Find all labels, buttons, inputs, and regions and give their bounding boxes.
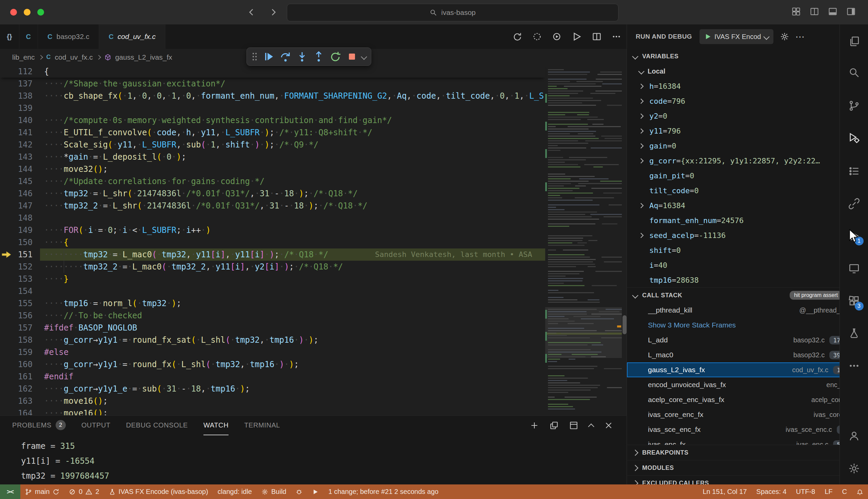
group-panels-icon[interactable] xyxy=(569,421,578,430)
build-button[interactable]: Build xyxy=(257,484,291,499)
stack-frame-row[interactable]: L_mac0basop32.c3994:17 xyxy=(627,348,868,362)
code-line[interactable]: 150····{ xyxy=(0,236,545,248)
remote-targets-icon[interactable] xyxy=(845,260,863,277)
modules-section-header[interactable]: MODULES xyxy=(627,460,868,475)
variable-row[interactable]: formant_enh_num = 24576 xyxy=(627,213,868,228)
scm-status-text[interactable]: 1 change; before #21 2 seconds ago xyxy=(323,484,443,499)
explorer-icon[interactable] xyxy=(845,33,863,50)
clangd-status[interactable]: clangd: idle xyxy=(213,484,257,499)
debug-continue-button[interactable] xyxy=(262,50,276,63)
panel-more-actions-icon[interactable]: ⋯ xyxy=(795,31,805,42)
code-line[interactable]: 112{ xyxy=(0,65,545,78)
toggle-sidebar-icon[interactable] xyxy=(846,7,856,16)
indentation[interactable]: Spaces: 4 xyxy=(752,484,791,499)
breadcrumb-file[interactable]: cod_uv_fx.c xyxy=(55,53,93,61)
split-columns-icon[interactable] xyxy=(810,7,819,16)
stack-frame-row[interactable]: ivas_sce_enc_fxivas_sce_enc.c355:5 xyxy=(627,422,868,437)
code-line[interactable]: 137····/*Shape·the·gaussian·excitation*/ xyxy=(0,78,545,90)
variable-row[interactable]: gain = 0 xyxy=(627,138,868,153)
collapse-all-icon[interactable] xyxy=(550,421,559,430)
search-icon[interactable] xyxy=(845,64,863,81)
debug-stop-button[interactable] xyxy=(345,50,359,63)
bug-status-button[interactable] xyxy=(291,484,307,499)
eol-sequence[interactable]: LF xyxy=(820,484,837,499)
layout-grid-icon[interactable] xyxy=(791,7,801,16)
run-and-debug-icon[interactable] xyxy=(845,129,863,147)
outline-list-icon[interactable] xyxy=(845,162,863,180)
start-debug-icon[interactable] xyxy=(704,33,711,40)
callstack-section-header[interactable]: CALL STACK hit program assert xyxy=(627,288,868,303)
tab-terminal[interactable]: TERMINAL xyxy=(244,416,280,435)
code-line[interactable]: 153····} xyxy=(0,273,545,285)
code-line[interactable]: 155····tmp16·=·norm_l(·tmp32·); xyxy=(0,297,545,309)
tab-problems[interactable]: PROBLEMS 2 xyxy=(12,416,66,435)
stack-frame-row[interactable]: gauss_L2_ivas_fxcod_uv_fx.c151:17 xyxy=(627,362,868,377)
more-views-icon[interactable] xyxy=(845,357,863,375)
watch-expression-row[interactable]: frame = 315 xyxy=(21,439,627,453)
close-window-button[interactable] xyxy=(10,9,17,16)
history-forward-button[interactable] xyxy=(267,6,279,18)
toolbar-more-icon[interactable] xyxy=(361,53,367,60)
close-panel-icon[interactable] xyxy=(604,421,613,430)
code-line[interactable]: 157#ifdef·BASOP_NOGLOB xyxy=(0,322,545,334)
variable-row[interactable]: tilt_code = 0 xyxy=(627,183,868,198)
notifications-bell-icon[interactable] xyxy=(852,484,868,499)
code-line[interactable]: 148 xyxy=(0,212,545,224)
code-line[interactable]: 161#endif xyxy=(0,370,545,383)
watch-expression-row[interactable]: tmp32 = 1997684457 xyxy=(21,468,627,483)
problems-status-button[interactable]: 0 2 xyxy=(64,484,104,499)
tab-debug-console[interactable]: DEBUG CONSOLE xyxy=(126,416,188,435)
maximize-panel-icon[interactable] xyxy=(588,423,594,429)
branch-button[interactable]: main xyxy=(20,484,64,499)
toggle-panel-icon[interactable] xyxy=(828,7,838,16)
encoding[interactable]: UTF-8 xyxy=(791,484,820,499)
minimize-window-button[interactable] xyxy=(24,9,30,16)
code-line[interactable]: 139 xyxy=(0,102,545,114)
language-mode[interactable]: C xyxy=(838,484,852,499)
code-line[interactable]: 140····/*compute·0s·memory·weighted·synt… xyxy=(0,114,545,126)
variable-row[interactable]: h = 16384 xyxy=(627,78,868,94)
watch-expression-row[interactable]: y11[i] = -16554 xyxy=(21,453,627,468)
code-line[interactable]: 164····move16(); xyxy=(0,407,545,415)
code-line[interactable]: 163····move16(); xyxy=(0,395,545,407)
launch-config-dropdown[interactable]: IVAS FX Encod xyxy=(699,29,773,44)
command-center-search[interactable]: ivas-basop xyxy=(287,4,619,21)
link-icon[interactable] xyxy=(845,195,863,212)
launch-play-button[interactable] xyxy=(307,484,323,499)
breadcrumb-symbol[interactable]: gauss_L2_ivas_fx xyxy=(115,53,172,61)
split-editor-icon[interactable] xyxy=(592,32,601,41)
editor-scrollbar-thumb[interactable] xyxy=(623,315,627,334)
code-line[interactable]: 143····*gain·=·L_deposit_l(·0·); xyxy=(0,151,545,163)
tab-output[interactable]: OUTPUT xyxy=(81,416,111,435)
code-editor[interactable]: 112{ 137····/*Shape·the·gaussian·excitat… xyxy=(0,65,627,415)
minimap[interactable] xyxy=(545,65,622,415)
tab-watch[interactable]: WATCH xyxy=(204,416,229,435)
variable-row[interactable]: Aq = 16384 xyxy=(627,198,868,213)
variable-row[interactable]: y11 = 796 xyxy=(627,123,868,138)
remote-indicator[interactable]: >< xyxy=(0,484,20,499)
settings-gear-icon[interactable] xyxy=(845,460,863,477)
stack-frame-row[interactable]: acelp_core_enc_ivas_fxacelp_core_en… xyxy=(627,392,868,407)
stack-frame-row[interactable]: ivas_core_enc_fxivas_core_enc.c xyxy=(627,407,868,422)
code-line[interactable]: 159#else xyxy=(0,346,545,358)
debug-step-into-button[interactable] xyxy=(295,50,309,63)
breakpoints-section-header[interactable]: BREAKPOINTS xyxy=(627,445,868,460)
add-expression-icon[interactable] xyxy=(530,421,539,430)
breadcrumb-folder[interactable]: lib_enc xyxy=(12,53,35,61)
code-line[interactable]: 145····/*Update·correlations·for·gains·c… xyxy=(0,175,545,187)
debug-settings-gear-icon[interactable] xyxy=(780,32,789,41)
extensions-icon[interactable]: 3 xyxy=(845,292,863,310)
play-circle-icon[interactable] xyxy=(552,32,562,41)
code-line[interactable]: 152········tmp32_2·=·L_mac0(·tmp32_2,·y1… xyxy=(0,261,545,273)
stack-frame-row[interactable]: L_addbasop32.c1784:13 xyxy=(627,332,868,348)
tab-json[interactable]: {} xyxy=(0,24,19,49)
debug-step-out-button[interactable] xyxy=(312,50,326,63)
code-line[interactable]: 141····E_UTIL_f_convolve(·code,·h,·y11,·… xyxy=(0,126,545,139)
code-line[interactable]: 158····g_corr→y1y1·=·round_fx_sat(·L_shl… xyxy=(0,334,545,346)
variable-row[interactable]: tmp16 = 28638 xyxy=(627,272,868,288)
variable-row[interactable]: g_corr = {xx:21295, y1y1:22857, y2y2:22… xyxy=(627,153,868,168)
code-line[interactable]: 149····FOR(·i·=·0;·i·<·L_SUBFR;·i++·) xyxy=(0,224,545,236)
cursor-position[interactable]: Ln 151, Col 17 xyxy=(698,484,751,499)
debug-restart-button[interactable] xyxy=(329,50,342,63)
code-line[interactable]: 146····tmp32·=·L_shr(·21474836l·/*0.01f·… xyxy=(0,187,545,200)
